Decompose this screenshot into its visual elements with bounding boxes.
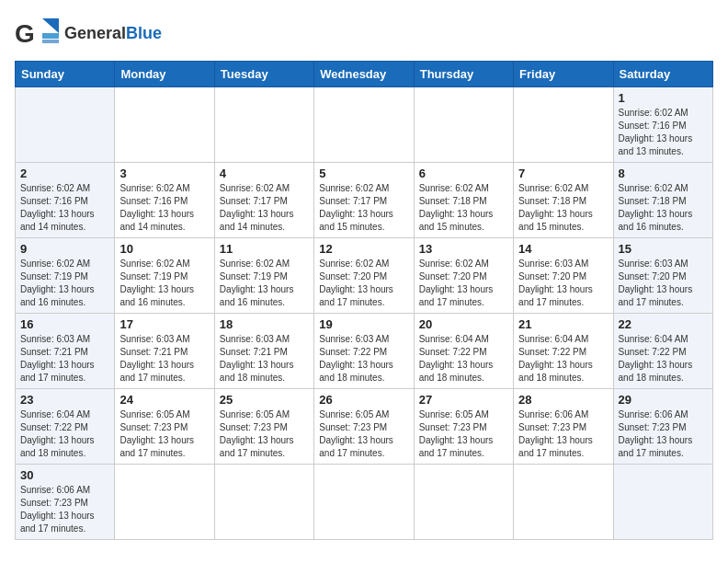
calendar-cell: 26Sunrise: 6:05 AM Sunset: 7:23 PM Dayli…	[314, 389, 414, 465]
day-info: Sunrise: 6:02 AM Sunset: 7:19 PM Dayligh…	[220, 258, 309, 309]
week-row-6: 30Sunrise: 6:06 AM Sunset: 7:23 PM Dayli…	[16, 465, 713, 540]
weekday-header-monday: Monday	[115, 62, 214, 87]
calendar-cell: 18Sunrise: 6:03 AM Sunset: 7:21 PM Dayli…	[214, 314, 313, 389]
calendar-cell: 30Sunrise: 6:06 AM Sunset: 7:23 PM Dayli…	[16, 465, 115, 540]
day-info: Sunrise: 6:04 AM Sunset: 7:22 PM Dayligh…	[619, 333, 708, 385]
day-number: 20	[419, 317, 508, 331]
weekday-header-saturday: Saturday	[613, 62, 712, 87]
day-info: Sunrise: 6:02 AM Sunset: 7:19 PM Dayligh…	[119, 258, 209, 309]
calendar-cell: 12Sunrise: 6:02 AM Sunset: 7:20 PM Dayli…	[314, 238, 414, 314]
day-info: Sunrise: 6:02 AM Sunset: 7:16 PM Dayligh…	[119, 182, 209, 234]
day-info: Sunrise: 6:06 AM Sunset: 7:23 PM Dayligh…	[619, 408, 708, 460]
weekday-header-thursday: Thursday	[414, 62, 513, 87]
calendar-cell: 20Sunrise: 6:04 AM Sunset: 7:22 PM Dayli…	[414, 314, 513, 389]
calendar-cell	[16, 87, 115, 163]
calendar-cell: 27Sunrise: 6:05 AM Sunset: 7:23 PM Dayli…	[414, 389, 513, 465]
calendar-cell: 14Sunrise: 6:03 AM Sunset: 7:20 PM Dayli…	[514, 238, 613, 314]
calendar-cell	[613, 465, 712, 540]
day-number: 29	[619, 393, 708, 407]
day-info: Sunrise: 6:05 AM Sunset: 7:23 PM Dayligh…	[220, 408, 309, 460]
day-info: Sunrise: 6:02 AM Sunset: 7:20 PM Dayligh…	[419, 258, 508, 309]
calendar-cell	[514, 87, 613, 163]
day-info: Sunrise: 6:05 AM Sunset: 7:23 PM Dayligh…	[119, 408, 209, 460]
day-info: Sunrise: 6:02 AM Sunset: 7:18 PM Dayligh…	[518, 182, 608, 234]
calendar-cell: 29Sunrise: 6:06 AM Sunset: 7:23 PM Dayli…	[613, 389, 712, 465]
day-number: 1	[619, 91, 708, 105]
logo-svg: G	[15, 15, 61, 52]
weekday-header-friday: Friday	[514, 62, 613, 87]
day-number: 6	[419, 167, 508, 180]
calendar-cell	[214, 465, 313, 540]
calendar-cell: 22Sunrise: 6:04 AM Sunset: 7:22 PM Dayli…	[613, 314, 712, 389]
day-info: Sunrise: 6:03 AM Sunset: 7:20 PM Dayligh…	[619, 258, 708, 309]
calendar-cell: 6Sunrise: 6:02 AM Sunset: 7:18 PM Daylig…	[414, 163, 513, 238]
day-number: 5	[319, 167, 408, 180]
day-info: Sunrise: 6:02 AM Sunset: 7:18 PM Dayligh…	[619, 182, 708, 234]
day-info: Sunrise: 6:03 AM Sunset: 7:21 PM Dayligh…	[220, 333, 309, 385]
day-info: Sunrise: 6:05 AM Sunset: 7:23 PM Dayligh…	[319, 408, 408, 460]
day-info: Sunrise: 6:02 AM Sunset: 7:17 PM Dayligh…	[220, 182, 309, 234]
day-number: 18	[220, 317, 309, 331]
calendar-cell	[414, 465, 513, 540]
day-number: 13	[419, 242, 508, 256]
day-number: 30	[20, 468, 109, 482]
calendar-cell: 7Sunrise: 6:02 AM Sunset: 7:18 PM Daylig…	[514, 163, 613, 238]
day-info: Sunrise: 6:04 AM Sunset: 7:22 PM Dayligh…	[518, 333, 608, 385]
day-info: Sunrise: 6:03 AM Sunset: 7:21 PM Dayligh…	[119, 333, 209, 385]
day-info: Sunrise: 6:02 AM Sunset: 7:18 PM Dayligh…	[419, 182, 508, 234]
calendar-cell: 21Sunrise: 6:04 AM Sunset: 7:22 PM Dayli…	[514, 314, 613, 389]
week-row-5: 23Sunrise: 6:04 AM Sunset: 7:22 PM Dayli…	[16, 389, 713, 465]
day-info: Sunrise: 6:06 AM Sunset: 7:23 PM Dayligh…	[518, 408, 608, 460]
day-info: Sunrise: 6:03 AM Sunset: 7:22 PM Dayligh…	[319, 333, 408, 385]
svg-rect-3	[42, 40, 59, 43]
day-info: Sunrise: 6:06 AM Sunset: 7:23 PM Dayligh…	[20, 484, 109, 535]
calendar-cell: 11Sunrise: 6:02 AM Sunset: 7:19 PM Dayli…	[214, 238, 313, 314]
logo-general: General	[64, 24, 126, 42]
logo-text: GeneralBlue	[64, 25, 162, 41]
day-number: 17	[119, 317, 209, 331]
calendar-cell: 3Sunrise: 6:02 AM Sunset: 7:16 PM Daylig…	[115, 163, 214, 238]
day-number: 21	[518, 317, 608, 331]
day-number: 11	[220, 242, 309, 256]
calendar-cell: 23Sunrise: 6:04 AM Sunset: 7:22 PM Dayli…	[16, 389, 115, 465]
week-row-3: 9Sunrise: 6:02 AM Sunset: 7:19 PM Daylig…	[16, 238, 713, 314]
day-number: 25	[220, 393, 309, 407]
day-info: Sunrise: 6:05 AM Sunset: 7:23 PM Dayligh…	[419, 408, 508, 460]
day-info: Sunrise: 6:03 AM Sunset: 7:20 PM Dayligh…	[518, 258, 608, 309]
svg-text:G: G	[15, 19, 35, 48]
day-info: Sunrise: 6:04 AM Sunset: 7:22 PM Dayligh…	[419, 333, 508, 385]
day-info: Sunrise: 6:04 AM Sunset: 7:22 PM Dayligh…	[20, 408, 109, 460]
weekday-header-row: SundayMondayTuesdayWednesdayThursdayFrid…	[16, 62, 713, 87]
day-number: 24	[119, 393, 209, 407]
day-number: 19	[319, 317, 408, 331]
calendar-cell: 10Sunrise: 6:02 AM Sunset: 7:19 PM Dayli…	[115, 238, 214, 314]
week-row-4: 16Sunrise: 6:03 AM Sunset: 7:21 PM Dayli…	[16, 314, 713, 389]
calendar-cell: 15Sunrise: 6:03 AM Sunset: 7:20 PM Dayli…	[613, 238, 712, 314]
calendar-cell: 13Sunrise: 6:02 AM Sunset: 7:20 PM Dayli…	[414, 238, 513, 314]
day-info: Sunrise: 6:02 AM Sunset: 7:17 PM Dayligh…	[319, 182, 408, 234]
day-number: 14	[518, 242, 608, 256]
calendar-cell: 17Sunrise: 6:03 AM Sunset: 7:21 PM Dayli…	[115, 314, 214, 389]
calendar-cell: 2Sunrise: 6:02 AM Sunset: 7:16 PM Daylig…	[16, 163, 115, 238]
day-info: Sunrise: 6:03 AM Sunset: 7:21 PM Dayligh…	[20, 333, 109, 385]
day-number: 4	[220, 167, 309, 180]
header: G GeneralBlue	[15, 15, 713, 52]
day-number: 10	[119, 242, 209, 256]
svg-rect-2	[42, 33, 59, 39]
calendar-cell	[214, 87, 313, 163]
day-info: Sunrise: 6:02 AM Sunset: 7:16 PM Dayligh…	[20, 182, 109, 234]
calendar-cell: 4Sunrise: 6:02 AM Sunset: 7:17 PM Daylig…	[214, 163, 313, 238]
calendar-cell: 19Sunrise: 6:03 AM Sunset: 7:22 PM Dayli…	[314, 314, 414, 389]
day-number: 7	[518, 167, 608, 180]
weekday-header-sunday: Sunday	[16, 62, 115, 87]
day-info: Sunrise: 6:02 AM Sunset: 7:16 PM Dayligh…	[619, 107, 708, 158]
day-number: 8	[619, 167, 708, 180]
calendar-cell: 24Sunrise: 6:05 AM Sunset: 7:23 PM Dayli…	[115, 389, 214, 465]
day-number: 3	[119, 167, 209, 180]
day-number: 2	[20, 167, 109, 180]
week-row-1: 1Sunrise: 6:02 AM Sunset: 7:16 PM Daylig…	[16, 87, 713, 163]
weekday-header-tuesday: Tuesday	[214, 62, 313, 87]
calendar-cell: 25Sunrise: 6:05 AM Sunset: 7:23 PM Dayli…	[214, 389, 313, 465]
week-row-2: 2Sunrise: 6:02 AM Sunset: 7:16 PM Daylig…	[16, 163, 713, 238]
logo-blue: Blue	[126, 24, 162, 42]
